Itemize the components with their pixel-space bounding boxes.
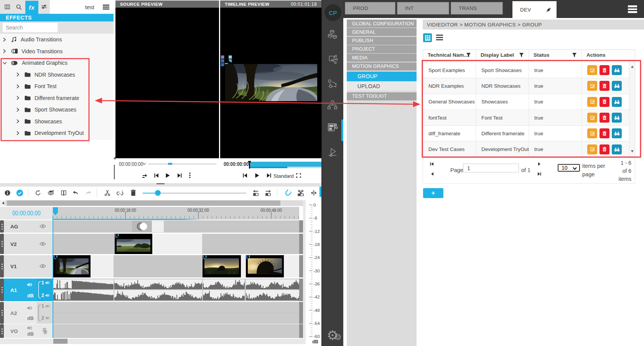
add-layer-button[interactable] [47, 189, 54, 196]
audio-clip-waveform[interactable] [114, 290, 202, 300]
playhead-flag[interactable] [53, 207, 58, 216]
delete-clip-button[interactable] [130, 189, 137, 196]
quality-selector[interactable]: Standard [273, 173, 294, 179]
grid-view-button[interactable] [423, 33, 432, 42]
column-status[interactable]: Status [529, 50, 582, 60]
page-input[interactable] [463, 164, 519, 172]
nav-item-motion-graphics[interactable]: MOTION GRAPHICS [347, 62, 417, 71]
source-next-frame-button[interactable] [177, 173, 182, 178]
env-tab-prod[interactable]: PROD [345, 2, 395, 15]
effects-tab-button[interactable]: fx [25, 1, 38, 14]
chevron-right-icon[interactable] [16, 119, 20, 123]
unlink-button[interactable]: ? [116, 190, 124, 196]
rail-workflow-icon[interactable] [326, 78, 339, 90]
tree-item-audio-transitions[interactable]: Audio Transitions [0, 34, 114, 46]
track-visibility-toggle[interactable] [40, 264, 46, 268]
admin-menu-button[interactable] [628, 4, 637, 13]
chevron-right-icon[interactable] [16, 108, 20, 112]
track-header-v2[interactable]: V2 [4, 234, 53, 254]
rail-assets-icon[interactable] [326, 28, 339, 41]
table-row-1[interactable]: Sport ExamplesSport Showcasestrue [423, 62, 635, 78]
razor-button[interactable] [297, 189, 304, 197]
edit-button[interactable] [587, 113, 597, 123]
chevron-right-icon[interactable] [16, 84, 20, 89]
insert-right-button[interactable] [265, 189, 271, 197]
delete-button[interactable] [600, 128, 609, 138]
user-avatar[interactable]: CP [324, 4, 341, 21]
nav-item-general[interactable]: GENERAL [347, 28, 417, 36]
chevron-down-icon[interactable] [3, 61, 7, 65]
track-header-vo[interactable]: VOdB [4, 324, 37, 338]
project-title-box[interactable]: test [50, 0, 114, 14]
transition-clip-tail[interactable] [152, 221, 164, 232]
editor-menu-button[interactable] [103, 4, 109, 10]
per-page-select[interactable]: 10 [558, 164, 580, 172]
preview-resize-handle[interactable] [156, 183, 165, 184]
tree-item-development-tryout[interactable]: Development TryOut [0, 127, 114, 139]
info-button[interactable] [4, 189, 11, 196]
track-content-a2[interactable] [53, 302, 299, 324]
track-content-ag[interactable] [53, 220, 299, 233]
track-drag-handle[interactable] [0, 302, 4, 324]
delete-button[interactable] [600, 144, 609, 154]
delete-button[interactable] [600, 97, 609, 107]
track-mute-toggle[interactable] [27, 306, 32, 310]
send-to-timeline-button[interactable] [142, 173, 148, 178]
table-row-4[interactable]: fontTestFont Testtrue [423, 110, 635, 126]
ripple-expand-button[interactable] [310, 189, 317, 196]
rail-settings-icon[interactable]: ⚙⚙ [325, 328, 340, 343]
tree-item-showcases[interactable]: Showcases [0, 116, 114, 128]
track-drag-handle[interactable] [0, 324, 4, 338]
nav-item-project[interactable]: PROJECT [347, 45, 417, 53]
rail-player-icon[interactable] [326, 146, 339, 158]
view-button[interactable] [612, 81, 622, 91]
view-button[interactable] [612, 128, 622, 138]
edit-button[interactable] [587, 81, 597, 91]
delete-button[interactable] [600, 113, 609, 123]
view-button[interactable] [612, 113, 622, 123]
track-mute-toggle[interactable] [27, 326, 32, 330]
effects-search-input[interactable] [6, 25, 75, 31]
audio-clip-waveform[interactable] [53, 290, 114, 300]
redo-button[interactable] [84, 190, 91, 196]
table-row-2[interactable]: NDR ExamplesNDR Showcasestrue [423, 78, 635, 94]
hscroll-left-arrow[interactable] [2, 201, 5, 205]
filter-icon[interactable] [519, 52, 524, 57]
clip-thumbnail[interactable] [115, 234, 152, 254]
timecode-dropdown-icon[interactable] [143, 162, 146, 165]
panel-scrollbar-thumb[interactable] [114, 165, 115, 179]
rail-metadata-icon[interactable] [326, 53, 339, 66]
tree-item-sport-showcases[interactable]: Sport Showcases [0, 104, 114, 116]
last-page-button[interactable] [537, 172, 541, 176]
audio-clip-waveform[interactable] [53, 279, 114, 289]
clip-thumbnail[interactable] [53, 255, 91, 277]
tl-next-frame-button[interactable] [266, 173, 272, 178]
zoom-slider[interactable] [143, 192, 246, 193]
track-drag-handle[interactable] [0, 255, 4, 277]
env-tab-dev[interactable]: DEV [512, 1, 557, 18]
track-visibility-toggle[interactable] [40, 224, 46, 228]
chevron-right-icon[interactable] [16, 96, 20, 100]
nav-item-global-configuration[interactable]: GLOBAL CONFIGURATION [347, 20, 417, 28]
audio-clip-waveform[interactable] [246, 279, 299, 289]
nav-item-publish[interactable]: PUBLISH [347, 37, 417, 45]
mic-muted-icon[interactable] [42, 328, 48, 335]
chevron-right-icon[interactable] [16, 72, 20, 77]
column-technical-name[interactable]: Technical Nam... [423, 50, 476, 60]
insert-left-button[interactable] [252, 189, 259, 197]
hscroll-thumb[interactable] [7, 200, 280, 206]
chevron-right-icon[interactable] [3, 38, 7, 42]
rail-hierarchy-icon[interactable] [326, 99, 339, 111]
env-tab-trans[interactable]: TRANS [451, 2, 503, 15]
approve-button[interactable] [16, 189, 23, 197]
tl-prev-frame-button[interactable] [242, 173, 248, 178]
filter-icon[interactable] [572, 52, 577, 57]
tree-item-font-test[interactable]: Font Test [0, 80, 114, 92]
delete-button[interactable] [600, 81, 609, 91]
search-tab-button[interactable] [15, 3, 23, 11]
transition-clip[interactable] [132, 221, 152, 232]
edit-button[interactable] [587, 144, 597, 154]
track-content-vo[interactable] [53, 324, 299, 338]
tl-play-button[interactable] [255, 173, 260, 178]
reset-button[interactable] [35, 189, 41, 196]
